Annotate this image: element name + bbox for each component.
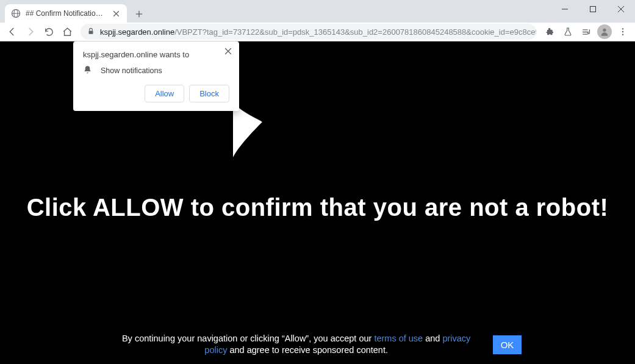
- consent-text: By continuing your navigation or clickin…: [113, 333, 479, 357]
- back-button[interactable]: [4, 23, 21, 40]
- window-minimize-button[interactable]: [551, 0, 579, 18]
- main-heading: Click ALLOW to confirm that you are not …: [0, 194, 635, 221]
- home-button[interactable]: [59, 23, 76, 40]
- media-control-button[interactable]: [578, 23, 595, 40]
- permission-capability-text: Show notifications: [101, 66, 162, 75]
- reload-button[interactable]: [40, 23, 57, 40]
- lock-icon: [87, 27, 95, 37]
- window-maximize-button[interactable]: [579, 0, 607, 18]
- address-bar[interactable]: kspjj.segarden.online/VBPZT?tag_id=73712…: [81, 24, 536, 40]
- terms-of-use-link[interactable]: terms of use: [374, 334, 423, 343]
- svg-point-15: [622, 34, 623, 35]
- globe-icon: [11, 9, 21, 18]
- block-button[interactable]: Block: [189, 85, 229, 102]
- tab-title: ## Confirm Notifications ##: [26, 9, 106, 18]
- menu-button[interactable]: [614, 23, 631, 40]
- window-close-button[interactable]: [607, 0, 635, 18]
- svg-rect-1: [590, 7, 596, 12]
- permission-origin-text: kspjj.segarden.online wants to: [83, 50, 229, 59]
- new-tab-button[interactable]: [131, 5, 148, 23]
- svg-point-13: [622, 28, 623, 29]
- dialog-close-button[interactable]: [223, 46, 233, 56]
- profile-avatar[interactable]: [596, 23, 613, 40]
- url-text: kspjj.segarden.online/VBPZT?tag_id=73712…: [100, 27, 536, 37]
- bell-icon: [83, 65, 92, 76]
- svg-point-14: [622, 31, 623, 32]
- notification-permission-dialog: kspjj.segarden.online wants to Show noti…: [73, 41, 239, 111]
- svg-point-12: [603, 29, 606, 32]
- forward-button[interactable]: [22, 23, 39, 40]
- labs-button[interactable]: [559, 23, 576, 40]
- ok-button[interactable]: OK: [493, 335, 522, 354]
- extensions-button[interactable]: [541, 23, 558, 40]
- allow-button[interactable]: Allow: [145, 85, 184, 102]
- svg-rect-11: [89, 30, 93, 34]
- browser-tab[interactable]: ## Confirm Notifications ##: [5, 4, 127, 23]
- tab-close-button[interactable]: [111, 9, 121, 18]
